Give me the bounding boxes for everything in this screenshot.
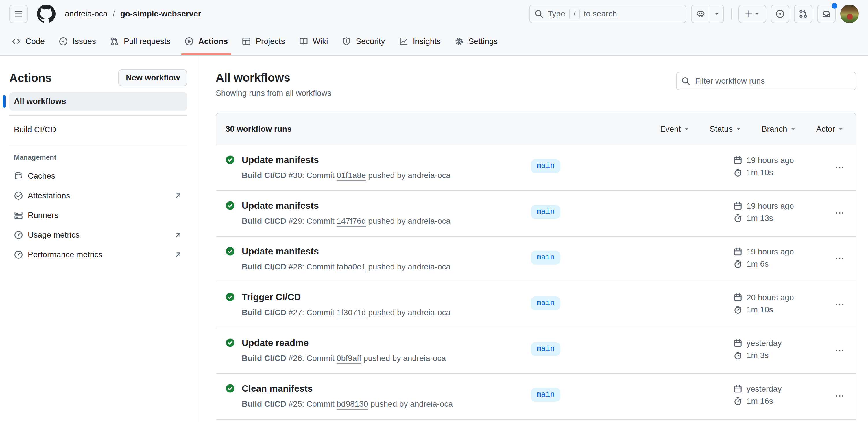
sidebar-item-attestations[interactable]: Attestations: [9, 186, 187, 205]
branch-badge[interactable]: main: [531, 159, 560, 173]
kebab-icon: [835, 254, 844, 263]
run-title-link[interactable]: Update manifests: [242, 246, 451, 257]
workflow-run-row: Clean manifests Build CI/CD #25: Commit …: [216, 374, 856, 420]
run-actor: andreia-oca: [408, 217, 451, 225]
filter-workflow-runs-input[interactable]: [676, 72, 857, 90]
run-title-link[interactable]: Clean manifests: [242, 383, 453, 394]
tab-issues[interactable]: Issues: [54, 28, 101, 55]
branch-badge[interactable]: main: [531, 251, 560, 264]
run-title-link[interactable]: Update manifests: [242, 200, 451, 211]
event-filter-dropdown[interactable]: Event: [658, 123, 692, 135]
new-workflow-button[interactable]: New workflow: [118, 69, 187, 86]
commit-link[interactable]: 01f1a8e: [337, 171, 366, 180]
commit-link[interactable]: 147f76d: [337, 217, 366, 225]
run-number: #27:: [288, 308, 305, 317]
tab-wiki[interactable]: Wiki: [294, 28, 333, 55]
actor-filter-dropdown[interactable]: Actor: [814, 123, 847, 135]
commit-link[interactable]: faba0e1: [337, 262, 366, 271]
run-options-kebab-button[interactable]: [833, 389, 847, 403]
issues-header-button[interactable]: [771, 5, 789, 23]
run-description: Build CI/CD #30: Commit 01f1a8e pushed b…: [242, 170, 451, 180]
github-mark-icon: [37, 5, 56, 23]
sidebar-item-label: All workflows: [14, 97, 66, 106]
pull-requests-header-button[interactable]: [794, 5, 812, 23]
run-actor: andreia-oca: [408, 171, 451, 180]
run-title-link[interactable]: Update readme: [242, 337, 446, 348]
branch-badge[interactable]: main: [531, 205, 560, 219]
page-title: All workflows: [216, 71, 331, 85]
git-pull-request-icon: [799, 9, 808, 19]
sidebar-divider: [9, 115, 187, 116]
sidebar-item-runners[interactable]: Runners: [9, 205, 187, 225]
inbox-icon: [822, 9, 831, 19]
hamburger-icon: [14, 9, 23, 19]
chevron-down-icon: [753, 10, 761, 17]
commit-link[interactable]: 0bf9aff: [337, 354, 361, 363]
meter-icon: [14, 250, 23, 259]
run-number: #26:: [288, 354, 305, 363]
sidebar-divider: [9, 144, 187, 144]
chevron-down-icon: [713, 10, 720, 17]
external-link-icon: [174, 230, 183, 240]
run-title-link[interactable]: Update manifests: [242, 154, 451, 166]
search-placeholder-prefix: Type: [548, 9, 565, 19]
page-subtitle: Showing runs from all workflows: [216, 89, 331, 98]
run-options-kebab-button[interactable]: [833, 252, 847, 266]
sidebar-item-usage-metrics[interactable]: Usage metrics: [9, 225, 187, 245]
filter-label: Status: [710, 124, 733, 134]
sidebar-item-performance-metrics[interactable]: Performance metrics: [9, 245, 187, 264]
create-new-button[interactable]: [739, 5, 766, 23]
branch-badge[interactable]: main: [531, 342, 560, 356]
github-logo[interactable]: [37, 5, 56, 23]
branch-badge[interactable]: main: [531, 297, 560, 310]
notifications-inbox-button[interactable]: [817, 5, 836, 23]
external-link-icon: [174, 250, 183, 259]
run-options-kebab-button[interactable]: [833, 160, 847, 174]
commit-label: Commit: [307, 308, 334, 317]
user-avatar[interactable]: [840, 5, 859, 23]
tab-insights[interactable]: Insights: [394, 28, 445, 55]
breadcrumb-owner-link[interactable]: andreia-oca: [65, 9, 107, 19]
run-workflow-name: Build CI/CD: [242, 217, 286, 225]
sidebar-item-caches[interactable]: Caches: [9, 166, 187, 186]
run-options-kebab-button[interactable]: [833, 343, 847, 357]
status-filter-dropdown[interactable]: Status: [708, 123, 744, 135]
issue-opened-icon: [775, 9, 785, 19]
sidebar-item-all-workflows[interactable]: All workflows: [9, 92, 187, 111]
hamburger-menu-button[interactable]: [9, 5, 28, 23]
run-duration: 1m 3s: [747, 349, 769, 361]
chevron-down-icon: [683, 125, 690, 133]
copilot-button[interactable]: [692, 5, 710, 23]
run-time: yesterday: [747, 383, 781, 395]
commit-link[interactable]: 1f3071d: [337, 308, 366, 317]
tab-security[interactable]: Security: [337, 28, 390, 55]
kebab-icon: [835, 300, 844, 309]
tab-label: Issues: [72, 37, 96, 46]
tab-pull-requests[interactable]: Pull requests: [105, 28, 175, 55]
calendar-icon: [733, 201, 743, 211]
commit-label: Commit: [307, 354, 334, 363]
branch-filter-dropdown[interactable]: Branch: [759, 123, 799, 135]
search-placeholder-suffix: to search: [584, 9, 617, 19]
tab-code[interactable]: Code: [7, 28, 50, 55]
header-divider: [731, 8, 732, 20]
global-bar: andreia-oca / go-simple-webserver Type /…: [0, 0, 868, 28]
tab-settings[interactable]: Settings: [450, 28, 502, 55]
tab-label: Wiki: [313, 37, 328, 46]
run-actor: andreia-oca: [403, 354, 446, 363]
run-options-kebab-button[interactable]: [833, 206, 847, 220]
branch-badge[interactable]: main: [531, 388, 560, 402]
run-options-kebab-button[interactable]: [833, 298, 847, 311]
copilot-dropdown-button[interactable]: [710, 5, 723, 23]
global-search-input[interactable]: Type / to search: [529, 5, 686, 23]
sidebar-item-label: Caches: [28, 171, 55, 180]
tab-projects[interactable]: Projects: [237, 28, 289, 55]
tab-actions[interactable]: Actions: [180, 28, 233, 55]
run-number: #25:: [288, 399, 305, 409]
commit-link[interactable]: bd98130: [337, 399, 368, 409]
run-meta: 19 hours ago 1m 13s: [733, 191, 820, 236]
run-title-link[interactable]: Trigger CI/CD: [242, 291, 451, 303]
server-icon: [14, 211, 23, 220]
sidebar-item-build-cicd[interactable]: Build CI/CD: [9, 120, 187, 139]
breadcrumb-repo-link[interactable]: go-simple-webserver: [120, 9, 201, 19]
